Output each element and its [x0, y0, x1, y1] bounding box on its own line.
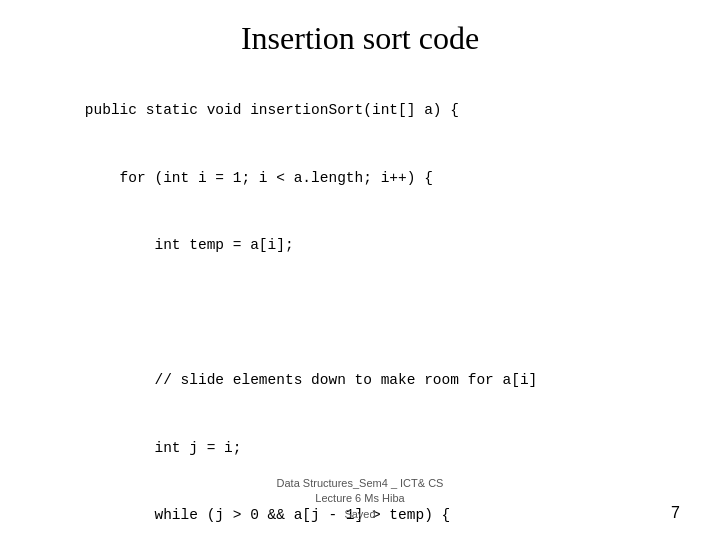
- footer-line3: Sayed: [277, 507, 444, 522]
- slide-container: Insertion sort code public static void i…: [0, 0, 720, 540]
- footer: Data Structures_Sem4 _ ICT& CS Lecture 6…: [0, 476, 720, 522]
- code-line-3: int temp = a[i];: [85, 237, 294, 253]
- code-block: public static void insertionSort(int[] a…: [50, 77, 680, 540]
- code-line-4: [85, 305, 94, 321]
- code-line-1: public static void insertionSort(int[] a…: [85, 102, 459, 118]
- footer-line2: Lecture 6 Ms Hiba: [277, 491, 444, 506]
- footer-text: Data Structures_Sem4 _ ICT& CS Lecture 6…: [277, 476, 444, 522]
- code-line-5: // slide elements down to make room for …: [85, 372, 537, 388]
- slide-title: Insertion sort code: [40, 20, 680, 57]
- page-number: 7: [671, 504, 680, 522]
- code-line-2: for (int i = 1; i < a.length; i++) {: [85, 170, 433, 186]
- code-line-6: int j = i;: [85, 440, 242, 456]
- footer-line1: Data Structures_Sem4 _ ICT& CS: [277, 476, 444, 491]
